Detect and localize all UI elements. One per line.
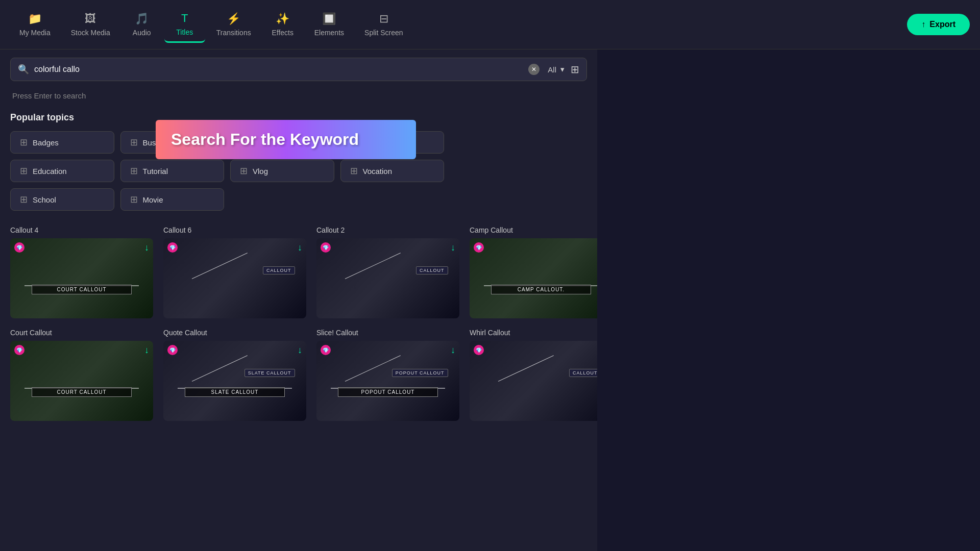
diag-box-whirl-callout: CALLOUT <box>569 369 597 377</box>
download-badge-court-callout: ↓ <box>144 345 149 356</box>
download-badge-quote-callout: ↓ <box>298 345 302 356</box>
diag-box-callout-6: CALLOUT <box>263 266 295 274</box>
thumb-card-whirl-callout: 💎 ↓ CALLOUT <box>470 341 597 421</box>
effects-icon: ✨ <box>276 12 289 26</box>
diag-box-callout-2: CALLOUT <box>416 266 448 274</box>
search-input[interactable] <box>34 65 528 74</box>
transitions-label: Transitions <box>216 29 251 37</box>
stock-media-label: Stock Media <box>71 29 110 37</box>
movie-icon: ⊞ <box>130 194 138 205</box>
school-icon: ⊞ <box>20 194 28 205</box>
badges-label: Badges <box>33 138 59 147</box>
tutorial-label: Tutorial <box>143 167 168 176</box>
topic-chip-school[interactable]: ⊞ School <box>10 188 114 211</box>
thumb-title-slice-callout: Slice! Callout <box>316 329 459 337</box>
callout-box-slice-callout: POPOUT CALLOUT <box>338 387 438 397</box>
elements-label: Elements <box>314 29 344 37</box>
premium-badge-callout-6: 💎 <box>167 242 178 253</box>
diag-box-quote-callout: Slate Callout <box>244 369 295 377</box>
thumb-card-callout-4: 💎 ↓ COURT CALLOUT <box>10 238 153 318</box>
vocation-icon: ⊞ <box>350 165 358 177</box>
audio-label: Audio <box>133 29 151 37</box>
thumb-item-callout-2[interactable]: Callout 2 💎 ↓ CALLOUT <box>316 226 459 318</box>
titles-icon: T <box>181 12 188 25</box>
callout-box-callout-4: COURT CALLOUT <box>32 285 132 294</box>
diag-line-quote-callout <box>192 355 248 382</box>
my-media-icon: 📁 <box>28 12 42 26</box>
top-nav: 📁 My Media 🖼 Stock Media 🎵 Audio T Title… <box>0 0 980 49</box>
thumb-title-quote-callout: Quote Callout <box>163 329 306 337</box>
thumb-item-slice-callout[interactable]: Slice! Callout 💎 ↓ POPOUT CALLOUT POPOUT… <box>316 329 459 421</box>
nav-item-titles[interactable]: T Titles <box>164 7 205 43</box>
vlog-icon: ⊞ <box>240 165 248 177</box>
transitions-icon: ⚡ <box>227 12 240 26</box>
thumb-card-slice-callout: 💎 ↓ POPOUT CALLOUT POPOUT CALLOUT <box>316 341 459 421</box>
thumb-card-callout-2: 💎 ↓ CALLOUT <box>316 238 459 318</box>
nav-item-audio[interactable]: 🎵 Audio <box>121 7 162 42</box>
nav-item-stock-media[interactable]: 🖼 Stock Media <box>62 7 119 42</box>
thumb-section-row2: Court Callout 💎 ↓ COURT CALLOUT Quote Ca… <box>10 329 587 421</box>
callout-box-court-callout: COURT CALLOUT <box>32 387 132 397</box>
thumb-title-callout-6: Callout 6 <box>163 226 306 234</box>
thumb-card-court-callout: 💎 ↓ COURT CALLOUT <box>10 341 153 421</box>
vocation-label: Vocation <box>363 167 393 176</box>
stock-media-icon: 🖼 <box>85 12 96 26</box>
my-media-label: My Media <box>19 29 51 37</box>
thumb-item-camp-callout[interactable]: Camp Callout 💎 ↓ CAMP CALLOUT. <box>470 226 597 318</box>
elements-icon: 🔲 <box>322 12 336 26</box>
education-label: Education <box>33 167 67 176</box>
movie-label: Movie <box>143 195 163 204</box>
left-panel: 🔍 ✕ All ▾ ⊞ Press Enter to search Search… <box>0 49 597 551</box>
export-button[interactable]: ↑ Export <box>907 14 970 35</box>
tutorial-icon: ⊞ <box>130 165 138 177</box>
grid-view-icon[interactable]: ⊞ <box>571 63 579 76</box>
thumb-item-court-callout[interactable]: Court Callout 💎 ↓ COURT CALLOUT <box>10 329 153 421</box>
topic-chip-tutorial[interactable]: ⊞ Tutorial <box>120 160 225 182</box>
premium-badge-callout-2: 💎 <box>321 242 331 253</box>
thumb-title-court-callout: Court Callout <box>10 329 153 337</box>
nav-item-my-media[interactable]: 📁 My Media <box>10 7 60 42</box>
diag-box-slice-callout: POPOUT CALLOUT <box>392 369 448 377</box>
premium-badge-whirl-callout: 💎 <box>474 345 484 355</box>
search-clear-button[interactable]: ✕ <box>528 64 540 75</box>
press-enter-hint: Press Enter to search <box>10 91 587 100</box>
thumb-title-callout-4: Callout 4 <box>10 226 153 234</box>
thumb-grid-row2: Court Callout 💎 ↓ COURT CALLOUT Quote Ca… <box>10 329 587 421</box>
download-badge-slice-callout: ↓ <box>451 345 455 356</box>
search-bar: 🔍 ✕ All ▾ ⊞ <box>10 58 587 81</box>
topic-chip-vlog[interactable]: ⊞ Vlog <box>230 160 334 182</box>
callout-box-camp-callout: CAMP CALLOUT. <box>491 285 591 294</box>
premium-badge-slice-callout: 💎 <box>321 345 331 355</box>
split-screen-icon: ⊟ <box>379 12 388 26</box>
keyword-banner-text: Search For the Keyword <box>171 130 359 148</box>
diag-line-slice-callout <box>345 355 401 382</box>
thumb-item-whirl-callout[interactable]: Whirl Callout 💎 ↓ CALLOUT <box>470 329 597 421</box>
effects-label: Effects <box>272 29 293 37</box>
topic-chip-badges[interactable]: ⊞ Badges <box>10 131 114 154</box>
titles-label: Titles <box>176 28 193 36</box>
thumb-grid-row1: Callout 4 💎 ↓ COURT CALLOUT Callout 6 💎 … <box>10 226 587 318</box>
thumb-item-callout-6[interactable]: Callout 6 💎 ↓ CALLOUT <box>163 226 306 318</box>
callout-box-quote-callout: Slate Callout <box>185 387 285 397</box>
thumb-item-quote-callout[interactable]: Quote Callout 💎 ↓ Slate Callout Slate Ca… <box>163 329 306 421</box>
nav-item-elements[interactable]: 🔲 Elements <box>305 7 353 42</box>
search-filter-dropdown[interactable]: All ▾ <box>548 65 565 74</box>
split-screen-label: Split Screen <box>364 29 403 37</box>
thumb-section-row1: Callout 4 💎 ↓ COURT CALLOUT Callout 6 💎 … <box>10 226 587 318</box>
topic-chip-movie[interactable]: ⊞ Movie <box>120 188 225 211</box>
premium-badge-callout-4: 💎 <box>14 242 24 253</box>
filter-label: All <box>548 65 556 74</box>
thumb-title-callout-2: Callout 2 <box>316 226 459 234</box>
business-icon: ⊞ <box>130 137 138 148</box>
chevron-down-icon: ▾ <box>560 65 565 74</box>
topic-chip-education[interactable]: ⊞ Education <box>10 160 114 182</box>
premium-badge-quote-callout: 💎 <box>167 345 178 355</box>
thumb-item-callout-4[interactable]: Callout 4 💎 ↓ COURT CALLOUT <box>10 226 153 318</box>
topic-chip-vocation[interactable]: ⊞ Vocation <box>340 160 445 182</box>
nav-item-transitions[interactable]: ⚡ Transitions <box>207 7 260 42</box>
nav-item-split-screen[interactable]: ⊟ Split Screen <box>355 7 412 42</box>
nav-item-effects[interactable]: ✨ Effects <box>262 7 303 42</box>
right-panel <box>597 49 980 551</box>
thumb-title-camp-callout: Camp Callout <box>470 226 597 234</box>
export-label: Export <box>929 20 955 29</box>
